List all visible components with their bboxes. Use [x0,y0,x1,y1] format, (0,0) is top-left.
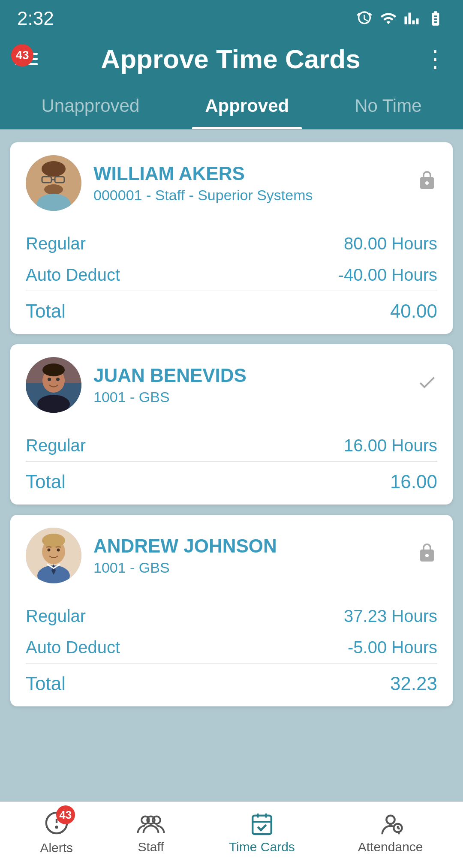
battery-icon [425,10,446,27]
nav-attendance[interactable]: Attendance [358,811,423,854]
total-label: Total [26,471,66,493]
svg-rect-27 [253,816,271,835]
staff-icon [136,811,166,836]
row-value: 37.23 Hours [344,607,437,626]
row-label: Regular [26,607,86,626]
status-bar: 2:32 [0,0,463,35]
svg-point-12 [37,395,70,413]
card-rows-andrew-johnson: Regular 37.23 Hours Auto Deduct -5.00 Ho… [10,596,453,663]
card-rows-juan-benevids: Regular 16.00 Hours [10,426,453,461]
svg-point-13 [48,378,51,381]
bottom-nav: 43 Alerts Staff Time Card [0,802,463,868]
alerts-label: Alerts [40,841,73,855]
svg-point-20 [57,549,60,552]
svg-point-19 [48,549,51,552]
tab-notime[interactable]: No Time [342,86,434,129]
staff-label: Staff [138,840,164,854]
avatar-william-akers [26,155,81,211]
employee-card-william-akers[interactable]: WILLIAM AKERS 000001 - Staff - Superior … [10,142,453,334]
svg-point-3 [44,184,63,195]
tab-unapproved[interactable]: Unapproved [28,86,152,129]
employee-sub-william-akers: 000001 - Staff - Superior Systems [93,187,405,204]
svg-point-2 [42,161,66,177]
employee-sub-juan-benevids: 1001 - GBS [93,389,405,405]
alerts-badge: 43 [56,805,75,824]
total-label: Total [26,300,66,322]
card-row-regular-andrew: Regular 37.23 Hours [26,601,437,632]
employee-info-william-akers: WILLIAM AKERS 000001 - Staff - Superior … [93,163,405,204]
card-row-autodeduct-william: Auto Deduct -40.00 Hours [26,259,437,291]
card-header-andrew-johnson: ANDREW JOHNSON 1001 - GBS [10,515,453,596]
nav-staff[interactable]: Staff [136,811,166,854]
card-row-regular-william: Regular 80.00 Hours [26,228,437,259]
card-total-william: Total 40.00 [10,291,453,334]
card-row-autodeduct-andrew: Auto Deduct -5.00 Hours [26,632,437,663]
row-label: Auto Deduct [26,265,120,285]
card-header-william-akers: WILLIAM AKERS 000001 - Staff - Superior … [10,142,453,224]
total-value: 32.23 [390,673,437,694]
employee-card-juan-benevids[interactable]: JUAN BENEVIDS 1001 - GBS Regular 16.00 H… [10,344,453,505]
wifi-icon [379,10,398,27]
employee-name-andrew-johnson: ANDREW JOHNSON [93,535,405,557]
lock-icon-andrew-johnson [417,542,437,569]
alarm-icon [356,10,373,27]
svg-point-17 [42,534,65,547]
row-value: -5.00 Hours [348,638,437,657]
nav-alerts[interactable]: 43 Alerts [40,811,73,855]
svg-point-11 [42,363,65,376]
card-total-andrew: Total 32.23 [10,664,453,706]
row-label: Regular [26,436,86,455]
avatar-andrew-johnson [26,528,81,583]
employee-name-william-akers: WILLIAM AKERS [93,163,405,184]
status-time: 2:32 [17,8,54,29]
employee-info-juan-benevids: JUAN BENEVIDS 1001 - GBS [93,365,405,405]
header: 43 Approve Time Cards ⋮ [0,35,463,86]
svg-point-31 [386,816,394,824]
card-row-regular-juan: Regular 16.00 Hours [26,430,437,461]
notification-badge: 43 [11,44,33,66]
status-icons [356,10,446,27]
page-title: Approve Time Cards [48,44,413,74]
total-value: 40.00 [390,300,437,322]
timecards-icon [249,811,275,836]
employee-sub-andrew-johnson: 1001 - GBS [93,559,405,576]
row-value: 80.00 Hours [344,234,437,253]
row-label: Regular [26,234,86,253]
tab-approved[interactable]: Approved [192,86,302,129]
attendance-label: Attendance [358,840,423,854]
more-options-button[interactable]: ⋮ [424,45,448,72]
employee-card-andrew-johnson[interactable]: ANDREW JOHNSON 1001 - GBS Regular 37.23 … [10,515,453,706]
card-header-juan-benevids: JUAN BENEVIDS 1001 - GBS [10,344,453,426]
row-label: Auto Deduct [26,638,120,657]
lock-icon-william-akers [417,169,437,197]
timecards-label: Time Cards [229,840,295,854]
row-value: -40.00 Hours [338,265,437,285]
total-value: 16.00 [390,471,437,493]
avatar-juan-benevids [26,357,81,413]
svg-point-14 [56,378,60,381]
employee-info-andrew-johnson: ANDREW JOHNSON 1001 - GBS [93,535,405,576]
card-rows-william-akers: Regular 80.00 Hours Auto Deduct -40.00 H… [10,224,453,291]
content-area: WILLIAM AKERS 000001 - Staff - Superior … [0,129,463,802]
tab-bar: Unapproved Approved No Time [0,86,463,129]
total-label: Total [26,673,66,694]
employee-name-juan-benevids: JUAN BENEVIDS [93,365,405,386]
row-value: 16.00 Hours [344,436,437,455]
menu-button[interactable]: 43 [15,53,38,65]
check-icon-juan-benevids [417,371,437,399]
signal-icon [404,10,419,27]
card-total-juan: Total 16.00 [10,462,453,505]
attendance-icon [378,811,403,836]
nav-timecards[interactable]: Time Cards [229,811,295,854]
